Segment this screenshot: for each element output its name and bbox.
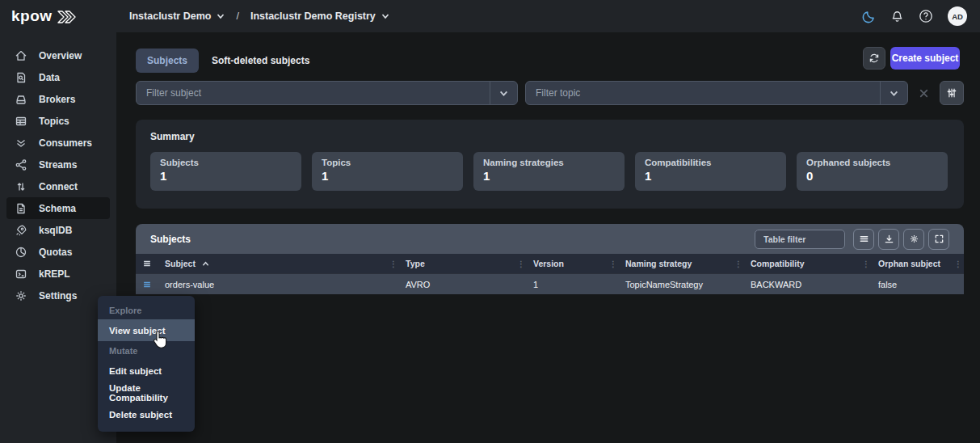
cell-orphan-subject: false [872,274,964,294]
sidebar-item-quotas[interactable]: Quotas [6,241,110,263]
column-header-compatibility[interactable]: Compatibility ⋮ [744,254,872,273]
column-menu-icon[interactable]: ⋮ [954,259,962,268]
pie-chart-icon [15,246,27,259]
column-header-type[interactable]: Type ⋮ [399,254,527,273]
breadcrumb: Instaclustr Demo / Instaclustr Demo Regi… [116,11,389,22]
kpow-logo: kpow [0,7,116,25]
registry-selector-label: Instaclustr Demo Registry [250,11,376,22]
sidebar-item-label: Topics [39,116,69,127]
sidebar-item-topics[interactable]: Topics [6,110,110,132]
table-row[interactable]: orders-value AVRO 1 TopicNameStrategy BA… [136,273,964,294]
user-avatar-initials: AD [952,12,963,21]
context-menu-section-mutate: Mutate [98,341,195,360]
filter-subject-field [136,81,518,105]
table-menu-icon[interactable] [142,259,152,268]
sidebar-item-label: Consumers [39,137,92,149]
sidebar-item-overview[interactable]: Overview [6,44,110,66]
context-menu-item-delete-subject[interactable]: Delete subject [98,403,195,425]
sidebar-item-label: Quotas [39,247,72,258]
table-download-button[interactable] [878,229,899,250]
refresh-icon [869,53,880,64]
clear-filters-button[interactable] [913,82,934,103]
sidebar-item-consumers[interactable]: Consumers [6,132,110,154]
top-bar: kpow Instaclustr Demo / Instaclustr Demo… [0,0,980,32]
tab-soft-deleted-subjects[interactable]: Soft-deleted subjects [200,49,321,73]
help-icon[interactable] [919,9,933,23]
refresh-button[interactable] [863,47,885,70]
stat-label: Naming strategies [483,158,615,167]
list-icon [859,234,869,244]
sidebar-item-streams[interactable]: Streams [6,154,110,175]
up-down-arrows-icon [15,180,27,193]
column-menu-icon[interactable]: ⋮ [517,259,525,268]
sidebar-item-label: Data [39,72,60,83]
table-filter-input[interactable] [755,230,845,249]
expand-icon [934,234,944,244]
column-menu-icon[interactable]: ⋮ [734,259,742,268]
sidebar-item-krepl[interactable]: kREPL [6,263,110,285]
version-value: 1 [533,280,538,289]
column-menu-icon[interactable]: ⋮ [609,259,617,268]
top-bar-actions: AD [862,6,980,26]
registry-selector[interactable]: Instaclustr Demo Registry [250,11,389,22]
tab-soft-deleted-label: Soft-deleted subjects [212,55,309,66]
sidebar-item-settings[interactable]: Settings [6,285,110,306]
filter-subject-input[interactable] [137,87,490,99]
context-menu-item-edit-subject[interactable]: Edit subject [98,360,195,382]
context-menu-item-update-compatibility[interactable]: Update Compatibility [98,382,195,403]
filter-settings-button[interactable] [940,81,964,105]
double-chevron-down-icon [15,137,27,150]
table-columns-button[interactable] [853,229,874,250]
main-content: Subjects Soft-deleted subjects Create su… [116,32,980,443]
column-header-orphan-subject[interactable]: Orphan subject ⋮ [872,254,964,273]
user-avatar[interactable]: AD [948,6,967,26]
kpow-logo-text: kpow [11,7,53,25]
notifications-bell-icon[interactable] [890,10,904,23]
chevron-down-icon [890,89,898,98]
sidebar-item-label: Brokers [39,94,75,105]
subjects-table: Subjects Subject ⋮ [136,224,964,294]
create-subject-button[interactable]: Create subject [890,47,960,70]
sidebar-item-connect[interactable]: Connect [6,175,110,197]
column-header-version[interactable]: Version ⋮ [527,254,619,273]
sidebar-item-label: Schema [39,203,76,214]
stat-card-subjects: Subjects 1 [150,152,301,191]
sidebar-item-data[interactable]: Data [6,66,110,88]
cluster-selector[interactable]: Instaclustr Demo [129,11,225,22]
row-context-menu: Explore View subject Mutate Edit subject… [98,296,195,432]
sort-ascending-icon [202,260,209,268]
download-icon [884,234,894,244]
subjects-table-header: Subjects [136,224,964,254]
column-header-naming-strategy[interactable]: Naming strategy ⋮ [619,254,744,273]
context-menu-item-view-subject[interactable]: View subject [98,319,195,341]
stat-value: 1 [160,169,292,183]
column-header-subject[interactable]: Subject ⋮ [158,254,399,273]
stat-label: Orphaned subjects [806,158,938,167]
column-menu-icon[interactable]: ⋮ [389,259,397,268]
stat-card-topics: Topics 1 [312,152,463,191]
filter-topic-dropdown-button[interactable] [880,82,907,104]
stat-value: 1 [645,169,776,183]
column-label: Type [406,259,425,268]
table-expand-button[interactable] [928,229,949,250]
tab-subjects[interactable]: Subjects [136,49,199,73]
subject-value: orders-value [165,280,214,289]
stat-value: 1 [483,169,615,183]
context-menu-section-explore: Explore [98,301,195,319]
table-toolbar [755,229,949,250]
dark-mode-moon-icon[interactable] [862,10,876,23]
sidebar-item-schema[interactable]: Schema [6,197,110,219]
row-menu-icon[interactable] [142,280,152,289]
column-label: Orphan subject [878,259,940,268]
document-icon [15,202,27,215]
header-menu-cell [136,254,158,273]
filter-topic-input[interactable] [526,87,880,99]
app-root: kpow Instaclustr Demo / Instaclustr Demo… [0,0,980,443]
stat-label: Subjects [160,158,292,167]
column-menu-icon[interactable]: ⋮ [862,259,870,268]
column-label: Version [533,259,564,268]
filter-subject-dropdown-button[interactable] [490,82,517,104]
sidebar-item-ksqldb[interactable]: ksqlDB [6,219,110,241]
sidebar-item-brokers[interactable]: Brokers [6,88,110,110]
table-settings-button[interactable] [903,229,924,250]
